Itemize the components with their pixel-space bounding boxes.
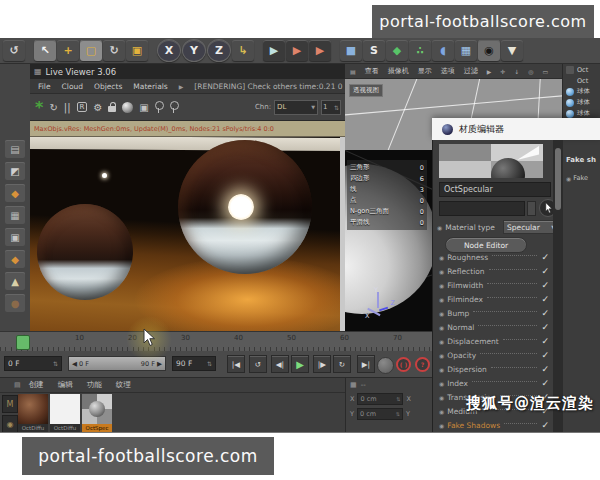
material-name-field[interactable]: OctSpecular (439, 182, 551, 197)
attributes-fake-shadow-option[interactable]: ◉ Fake (566, 174, 588, 182)
toggle-view-icon[interactable]: ▭ (543, 68, 549, 75)
record-button[interactable]: ( ) (396, 357, 411, 372)
rotate-view-icon[interactable]: ◎ (528, 68, 533, 75)
toolbar-icon[interactable]: ▦ (455, 40, 477, 61)
go-to-start-button[interactable]: |◀ (227, 355, 245, 373)
live-viewer-titlebar[interactable]: ▦ Live Viewer 3.06 (30, 64, 345, 79)
forward-button[interactable]: ↻ (333, 355, 351, 373)
material-channel-row[interactable]: ◉ Fake Shadows ✓ (433, 418, 553, 432)
channel-checkbox[interactable]: ✓ (541, 336, 549, 346)
object-manager-item[interactable]: Oct (563, 75, 600, 86)
toolbar-icon[interactable] (255, 40, 262, 61)
toolbar-icon[interactable]: Y (182, 39, 206, 62)
render-region-button[interactable]: R (77, 102, 88, 112)
material-thumbnail[interactable]: OctSpec (82, 394, 112, 432)
material-ball-icon[interactable] (122, 102, 133, 113)
menu-create[interactable]: 创建 (29, 380, 44, 390)
toolbar-icon[interactable]: ◉ (478, 40, 500, 61)
menu-edit[interactable]: 编辑 (58, 380, 73, 390)
menu-cloud[interactable]: Cloud (62, 82, 83, 91)
menu-materials[interactable]: Materials (133, 82, 167, 91)
menu-options[interactable]: 选项 (441, 66, 455, 76)
side-cell-icon[interactable]: ◉ (2, 415, 18, 433)
toolbar-icon[interactable]: ◆ (386, 40, 408, 61)
side-cell-icon[interactable]: M (2, 395, 18, 413)
pause-render-button[interactable]: || (64, 102, 71, 113)
toolbar-icon[interactable]: Z (207, 39, 231, 62)
channel-dropdown[interactable]: DL ▼ (274, 100, 318, 115)
palette-icon[interactable]: ◩ (5, 162, 25, 180)
menu-texture[interactable]: 纹理 (116, 380, 131, 390)
view-label[interactable]: 透视视图 (349, 84, 383, 97)
go-to-end-button[interactable]: ▶| (357, 355, 375, 373)
toolbar-icon[interactable] (332, 40, 339, 61)
object-manager-item[interactable]: 球体 (563, 97, 600, 108)
picture-viewer-button[interactable]: ▣ (139, 102, 148, 113)
help-button[interactable]: ? (415, 357, 430, 372)
toolbar-icon[interactable]: ↳ (232, 40, 254, 61)
toolbar-icon[interactable]: + (57, 40, 79, 61)
dolly-icon[interactable]: ↓ (514, 68, 519, 75)
pick-object-pin-icon[interactable] (170, 101, 179, 110)
channel-checkbox[interactable]: ✓ (541, 294, 549, 304)
restart-render-button[interactable]: ↻ (49, 102, 57, 113)
toolbar-icon[interactable] (149, 40, 156, 61)
material-preview-thumbnail[interactable] (439, 144, 543, 178)
timeline-ruler[interactable]: 0 10 20 30 40 50 60 70 (0, 331, 432, 353)
viewport-menu-icon[interactable]: ▤ (350, 68, 356, 75)
pick-material-pin-icon[interactable] (155, 101, 164, 110)
material-channel-row[interactable]: ◉ Roughness ✓ (433, 250, 553, 264)
toolbar-icon[interactable]: ▣ (126, 40, 148, 61)
channel-checkbox[interactable]: ✓ (541, 420, 549, 430)
render-view[interactable] (30, 137, 345, 334)
field-spinner-button[interactable] (527, 201, 536, 216)
channel-checkbox[interactable]: ✓ (541, 252, 549, 262)
channel-checkbox[interactable]: ✓ (541, 378, 549, 388)
object-manager-item[interactable]: Oct (563, 64, 600, 75)
spinner-icon[interactable]: ⇅ (207, 360, 212, 367)
previous-frame-button[interactable]: ◀| (271, 355, 289, 373)
channel-index-field[interactable]: 1 ⇅ (321, 100, 341, 115)
material-channel-row[interactable]: ◉ Opacity ✓ (433, 348, 553, 362)
end-frame-field[interactable]: 90 F ⇅ (172, 356, 216, 371)
palette-icon[interactable]: ▦ (5, 206, 25, 224)
palette-icon[interactable]: ● (5, 294, 25, 312)
timeline-playhead[interactable] (16, 335, 30, 350)
menu-function[interactable]: 功能 (87, 380, 102, 390)
channel-checkbox[interactable]: ✓ (541, 308, 549, 318)
material-channel-row[interactable]: ◉ Bump ✓ (433, 306, 553, 320)
lock-resolution-icon[interactable] (108, 106, 116, 112)
spinner-icon[interactable]: ⇅ (396, 396, 400, 402)
material-channel-row[interactable]: ◉ Filmwidth ✓ (433, 278, 553, 292)
channel-checkbox[interactable]: ✓ (541, 266, 549, 276)
toolbar-icon[interactable]: ▼ (501, 40, 523, 61)
menu-objects[interactable]: Objects (94, 82, 122, 91)
material-reference-field[interactable] (439, 201, 525, 216)
material-thumbnail[interactable]: OctDiffu (18, 394, 48, 432)
settings-gear-icon[interactable]: ⚙ (93, 102, 102, 113)
material-channel-row[interactable]: ◉ Displacement ✓ (433, 334, 553, 348)
palette-icon[interactable]: ▣ (5, 228, 25, 246)
toolbar-icon[interactable]: ↺ (3, 40, 25, 61)
palette-icon[interactable]: ◆ (5, 250, 25, 268)
material-editor-titlebar[interactable]: 材质编辑器 (432, 118, 600, 140)
toolbar-icon[interactable]: ▶ (309, 40, 331, 61)
record-sphere-button[interactable] (377, 357, 394, 374)
next-frame-button[interactable]: |▶ (313, 355, 331, 373)
object-manager-item[interactable]: 球体 (563, 86, 600, 97)
menu-view[interactable]: 查看 (365, 66, 379, 76)
palette-icon[interactable]: ▤ (5, 140, 25, 158)
spinner-icon[interactable]: ⇅ (334, 104, 339, 111)
channel-checkbox[interactable]: ✓ (541, 322, 549, 332)
material-channel-row[interactable]: ◉ Reflection ✓ (433, 264, 553, 278)
toolbar-icon[interactable]: ↻ (103, 40, 125, 61)
loop-button[interactable]: ↺ (249, 355, 267, 373)
channel-checkbox[interactable]: ✓ (541, 364, 549, 374)
palette-icon[interactable]: ◆ (5, 184, 25, 202)
toolbar-icon[interactable]: ▢ (80, 40, 102, 61)
scrollbar-thumb[interactable] (555, 148, 561, 210)
toolbar-icon[interactable]: ◖ (432, 40, 454, 61)
menu-filter[interactable]: 过滤 (464, 66, 478, 76)
current-frame-field[interactable]: 0 F ⇅ (4, 356, 62, 371)
palette-icon[interactable]: ▲ (5, 272, 25, 290)
